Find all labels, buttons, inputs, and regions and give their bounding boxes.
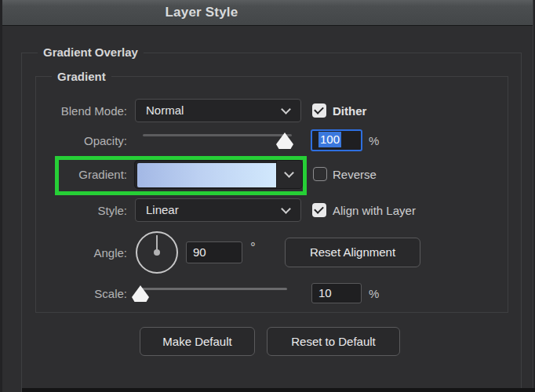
gradient-label: Gradient:: [16, 168, 127, 182]
angle-label: Angle:: [16, 246, 127, 260]
chevron-down-icon: [281, 204, 291, 214]
make-default-button[interactable]: Make Default: [140, 327, 255, 356]
reverse-checkbox[interactable]: [313, 167, 327, 181]
opacity-unit: %: [369, 134, 379, 147]
angle-input[interactable]: 90: [186, 241, 242, 263]
scale-label: Scale:: [16, 287, 127, 301]
scale-input[interactable]: 10: [311, 283, 362, 303]
opacity-slider-track[interactable]: [143, 134, 292, 136]
angle-dial-center-dot: [154, 249, 160, 256]
style-value: Linear: [146, 199, 179, 221]
gradient-overlay-heading: Gradient Overlay: [38, 45, 144, 59]
reverse-label: Reverse: [333, 168, 377, 182]
style-label: Style:: [16, 204, 127, 218]
chevron-down-icon: [284, 168, 294, 178]
chevron-down-icon: [281, 104, 291, 114]
blend-mode-dropdown[interactable]: Normal: [135, 99, 301, 122]
dither-label: Dither: [333, 104, 366, 118]
opacity-input[interactable]: 100: [311, 129, 362, 151]
angle-dial[interactable]: [136, 231, 178, 274]
gradient-picker-chevron-zone[interactable]: [276, 161, 302, 188]
align-with-layer-label: Align with Layer: [333, 204, 416, 218]
dither-checkbox[interactable]: [312, 103, 326, 118]
opacity-label: Opacity:: [16, 134, 127, 148]
gradient-swatch[interactable]: [137, 163, 278, 187]
titlebar: Layer Style: [0, 0, 535, 26]
reset-alignment-button[interactable]: Reset Alignment: [285, 238, 420, 267]
reset-to-default-button[interactable]: Reset to Default: [267, 327, 400, 356]
scale-slider-track[interactable]: [141, 288, 287, 290]
layer-style-dialog: Layer Style Gradient Overlay Gradient Bl…: [0, 0, 535, 392]
angle-unit: °: [250, 240, 256, 256]
gradient-heading: Gradient: [52, 70, 111, 83]
blend-mode-label: Blend Mode:: [16, 104, 127, 118]
opacity-value: 100: [318, 132, 341, 147]
window-bottom-edge: [22, 388, 535, 392]
align-with-layer-checkbox[interactable]: [312, 203, 326, 217]
angle-value: 90: [193, 245, 206, 259]
gradient-picker-dropdown[interactable]: [134, 160, 303, 189]
scale-unit: %: [369, 287, 379, 300]
scale-value: 10: [318, 286, 332, 299]
blend-mode-value: Normal: [146, 100, 184, 122]
window-left-edge: [0, 0, 2, 392]
style-dropdown[interactable]: Linear: [135, 198, 301, 222]
window-title: Layer Style: [0, 0, 403, 25]
